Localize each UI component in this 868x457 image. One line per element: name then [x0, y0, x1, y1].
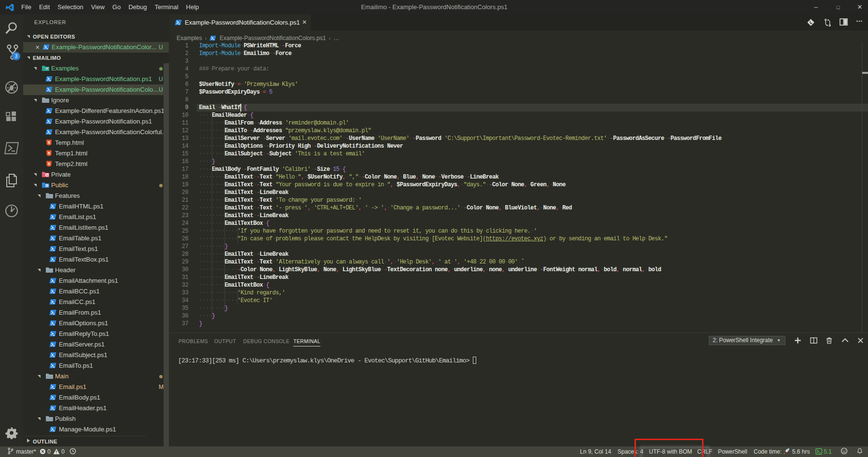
svg-text:5: 5 [48, 162, 50, 166]
svg-text:5: 5 [48, 151, 50, 155]
svg-text:5: 5 [48, 140, 50, 145]
